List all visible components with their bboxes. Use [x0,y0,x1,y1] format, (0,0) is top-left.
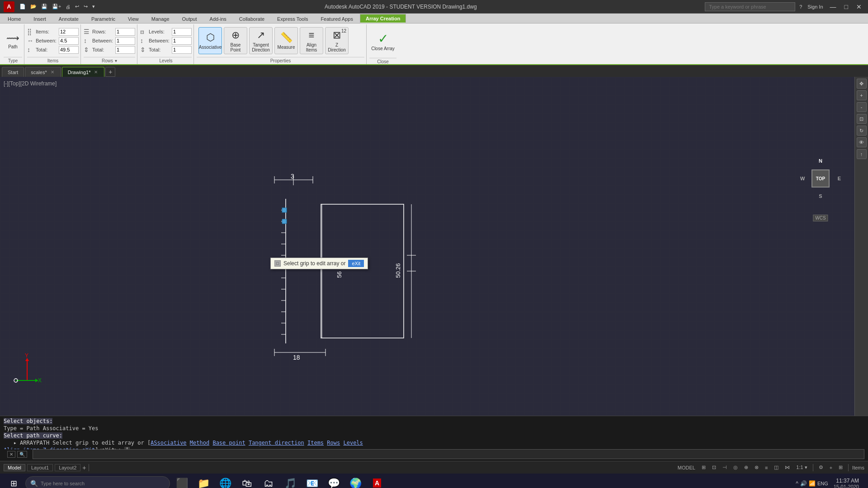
zoom-out-tool[interactable]: - [857,102,867,112]
windows-start-btn[interactable]: ⊞ [4,474,24,488]
taskbar-clock[interactable]: 11:37 AM 15-01-2020 [834,478,859,488]
tab-collaborate[interactable]: Collaborate [233,14,270,23]
tab-output[interactable]: Output [176,14,203,23]
help-btn[interactable]: ? [798,3,803,10]
tab-annotate[interactable]: Annotate [53,14,85,23]
snap-btn[interactable]: ⊡ [710,464,718,471]
open-btn[interactable]: 📂 [29,3,38,10]
sign-in-btn[interactable]: Sign In [806,3,824,10]
taskbar-app-explorer[interactable]: 📁 [193,474,213,488]
ortho-btn[interactable]: ⊣ [721,464,729,471]
taskbar-app-music[interactable]: 🎵 [280,474,300,488]
tab-featured[interactable]: Featured Apps [315,14,359,23]
network-icon[interactable]: 📶 [809,480,816,487]
transparency-btn[interactable]: ◫ [772,464,780,471]
rows-dropdown-icon[interactable]: ▾ [115,58,117,63]
cmd-search-btn[interactable]: 🔍 [17,451,27,458]
tab-scales-close[interactable]: ✕ [50,69,55,75]
new-btn[interactable]: 📄 [18,3,27,10]
close-btn[interactable]: ✕ [854,2,864,11]
otrack-btn[interactable]: ⊗ [753,464,760,471]
taskbar-search-box[interactable]: 🔍 Type here to search [25,476,170,488]
base-point-btn[interactable]: ⊕ Base Point [224,27,247,54]
taskbar-app-store[interactable]: 🛍 [237,474,257,488]
cmd-kw-tangent[interactable]: Tangent direction [249,440,304,446]
minimize-btn[interactable]: — [827,2,839,11]
tab-drawing1[interactable]: Drawing1* ✕ [62,67,105,77]
align-items-btn[interactable]: ≡ Align Items [300,27,323,54]
save-as-btn[interactable]: 💾+ [51,3,62,10]
rows-input[interactable] [115,28,135,36]
taskbar-app-whatsapp[interactable]: 💬 [324,474,344,488]
redo-btn[interactable]: ↪ [82,3,89,10]
levels-total-input[interactable] [172,46,192,54]
add-layout-btn[interactable]: + [82,464,86,471]
tab-home[interactable]: Home [2,14,27,23]
polar-btn[interactable]: ◎ [731,464,740,471]
save-btn[interactable]: 💾 [40,3,49,10]
levels-between-input[interactable] [172,37,192,45]
zoom-in-tool[interactable]: + [857,90,867,100]
layout2-tab[interactable]: Layout2 [55,464,80,471]
cmd-kw-levels[interactable]: Levels [343,440,363,446]
tab-express[interactable]: Express Tools [271,14,314,23]
items-between-input[interactable] [59,37,79,45]
keyword-search-input[interactable] [705,2,795,11]
look-tool[interactable]: 👁 [857,137,867,147]
taskbar-app-taskview[interactable]: ⬛ [172,474,192,488]
tangent-direction-btn[interactable]: ↗ Tangent Direction [249,27,273,54]
nav-cube[interactable]: N S E W TOP WCS [800,158,841,221]
print-btn[interactable]: 🖨 [64,3,72,10]
path-type-btn[interactable]: ⟿ Path [4,31,22,51]
viewport-zoom-btn[interactable]: ⊞ [837,464,844,471]
measure-btn[interactable]: 📏 Measure [274,27,298,54]
model-space-btn[interactable]: Model [4,464,25,471]
close-array-btn[interactable]: ✓ Close Array [369,25,396,57]
items-total-input[interactable] [59,46,79,54]
taskbar-app-files[interactable]: 🗂 [259,474,278,488]
compass-center[interactable]: TOP [811,169,830,188]
add-tab-btn[interactable]: + [105,67,115,77]
tab-parametric[interactable]: Parametric [85,14,121,23]
command-line-input[interactable] [33,449,864,459]
cmd-kw-items[interactable]: Items [307,440,324,446]
settings-btn[interactable]: ⚙ [817,464,825,471]
tab-scales[interactable]: scales* ✕ [25,67,61,77]
qa-more-btn[interactable]: ▾ [91,3,96,10]
layout1-tab[interactable]: Layout1 [27,464,53,471]
rows-total-input[interactable] [115,46,135,54]
model-toggle-btn[interactable]: MODEL [676,464,697,471]
rows-between-input[interactable] [115,37,135,45]
show-desktop-btn[interactable] [861,474,864,488]
tab-drawing1-close[interactable]: ✕ [93,69,99,75]
cmd-kw-method[interactable]: Method [190,440,209,446]
osnap-btn[interactable]: ⊕ [742,464,750,471]
cmd-kw-base[interactable]: Base point [212,440,245,446]
zoom-extents-tool[interactable]: ⊡ [857,114,867,124]
taskbar-app-autocad[interactable]: A [367,474,387,488]
associative-btn[interactable]: ⬡ Associative [198,27,222,54]
tab-manage[interactable]: Manage [146,14,175,23]
tab-view[interactable]: View [122,14,145,23]
tab-start[interactable]: Start [2,67,24,77]
selection-btn[interactable]: ⋈ [783,464,792,471]
cmd-kw-rows[interactable]: Rows [327,440,340,446]
levels-input[interactable] [172,28,192,36]
items-input[interactable] [59,28,79,36]
popup-exit-btn[interactable]: eXit [348,260,364,267]
tab-insert[interactable]: Insert [28,14,52,23]
cmd-close-btn[interactable]: ✕ [7,451,15,458]
tab-addins[interactable]: Add-ins [204,14,232,23]
maximize-btn[interactable]: □ [842,2,851,11]
tab-array-creation[interactable]: Array Creation [360,14,406,23]
cmd-kw-assoc[interactable]: ASsociative [151,440,186,446]
annotscale-btn[interactable]: 1:1 ▾ [794,464,809,471]
z-direction-btn[interactable]: ⊠ 12 Z Direction [325,27,349,54]
chevron-up-icon[interactable]: ^ [796,480,798,487]
lineweight-btn[interactable]: ≡ [763,464,769,471]
orbit-tool[interactable]: ↻ [857,126,867,136]
plus-btn[interactable]: + [828,464,834,471]
pan-tool[interactable]: ✥ [857,79,867,89]
taskbar-app-mail[interactable]: 📧 [302,474,322,488]
undo-btn[interactable]: ↩ [74,3,80,10]
